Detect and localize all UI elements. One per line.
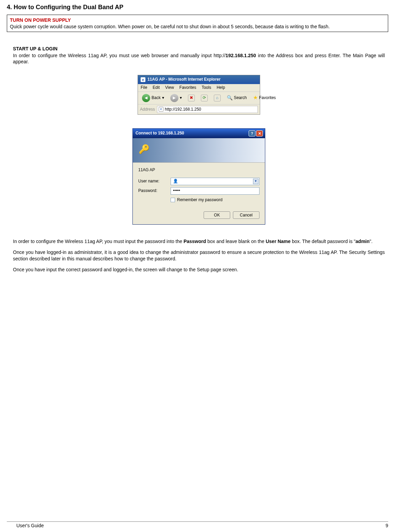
menu-help[interactable]: Help <box>217 85 225 91</box>
home-button[interactable]: ⌂ <box>212 94 223 102</box>
menu-favorites[interactable]: Favorites <box>179 85 196 91</box>
back-icon: ◄ <box>142 94 150 102</box>
remember-checkbox[interactable] <box>171 198 175 202</box>
stop-button[interactable]: ✖ <box>186 94 197 102</box>
close-button[interactable]: ✕ <box>256 130 263 136</box>
menu-view[interactable]: View <box>165 85 174 91</box>
search-label: Search <box>234 95 247 101</box>
intro-ip: 192.168.1.250 <box>225 53 256 58</box>
menu-edit[interactable]: Edit <box>153 85 160 91</box>
cancel-button[interactable]: Cancel <box>233 211 259 219</box>
address-value: http://192.168.1.250 <box>165 107 201 112</box>
paragraph-3: Once you have input the correct password… <box>13 267 385 273</box>
ok-button[interactable]: OK <box>204 211 230 219</box>
p1-a: In order to configure the Wireless 11ag … <box>13 239 184 244</box>
remember-label: Remember my password <box>177 197 222 203</box>
favorites-label: Favorites <box>259 95 276 101</box>
password-label: Password: <box>138 188 167 194</box>
intro-text-a: In order to configure the Wireless 11ag … <box>13 53 225 58</box>
password-value: ••••• <box>173 188 180 194</box>
section-title: 4. How to Configuring the Dual Band AP <box>7 3 388 11</box>
dialog-titlebar: Connect to 192.168.1.250 ? ✕ <box>133 129 265 138</box>
help-button[interactable]: ? <box>249 130 255 136</box>
menu-tools[interactable]: Tools <box>202 85 211 91</box>
warning-box: TURN ON POWER SUPPLY Quick power cycle w… <box>7 15 388 32</box>
chevron-down-icon: ▾ <box>162 95 164 101</box>
p1-c: box and leave blank on the <box>206 239 266 244</box>
dialog-title: Connect to 192.168.1.250 <box>136 131 184 136</box>
back-button[interactable]: ◄ Back ▾ <box>140 93 166 103</box>
user-icon: 👤 <box>173 179 178 184</box>
p1-password: Password <box>184 239 206 244</box>
star-icon: ★ <box>253 94 258 101</box>
warning-text: Quick power cycle would cause system cor… <box>10 23 385 30</box>
refresh-button[interactable]: ⟳ <box>199 94 210 102</box>
login-dialog: Connect to 192.168.1.250 ? ✕ 🔑 11AG AP U… <box>132 128 265 225</box>
p1-g: ". <box>369 239 373 244</box>
keys-icon: 🔑 <box>138 143 151 156</box>
p1-admin: admin <box>356 239 369 244</box>
dialog-banner: 🔑 <box>133 138 265 163</box>
chevron-down-icon: ▾ <box>180 95 182 101</box>
search-icon: 🔍 <box>227 95 233 101</box>
username-label: User name: <box>138 179 167 184</box>
address-input[interactable]: e http://192.168.1.250 <box>157 106 258 113</box>
browser-titlebar: e 11AG AP - Microsoft Internet Explorer <box>138 75 260 84</box>
startup-title: START UP & LOGIN <box>13 46 385 52</box>
address-label: Address <box>140 107 155 112</box>
page-icon: e <box>159 107 163 112</box>
dialog-realm: 11AG AP <box>138 167 259 173</box>
p1-username: User Name <box>266 239 290 244</box>
paragraph-1: In order to configure the Wireless 11ag … <box>13 238 385 244</box>
refresh-icon: ⟳ <box>201 95 208 101</box>
stop-icon: ✖ <box>188 95 195 101</box>
ie-icon: e <box>141 77 145 82</box>
warning-title: TURN ON POWER SUPPLY <box>10 17 385 23</box>
home-icon: ⌂ <box>214 95 221 101</box>
p1-e: box. The default password is " <box>290 239 356 244</box>
browser-window: e 11AG AP - Microsoft Internet Explorer … <box>138 75 260 115</box>
back-label: Back <box>152 95 161 101</box>
browser-menubar: File Edit View Favorites Tools Help <box>138 84 260 92</box>
forward-button[interactable]: ► ▾ <box>168 93 184 103</box>
browser-toolbar: ◄ Back ▾ ► ▾ ✖ ⟳ ⌂ 🔍 Search ★ <box>138 92 260 104</box>
favorites-button[interactable]: ★ Favorites <box>251 94 278 102</box>
password-field[interactable]: ••••• <box>171 187 259 195</box>
paragraph-2: Once you have logged-in as administrator… <box>13 249 385 261</box>
search-button[interactable]: 🔍 Search <box>225 94 249 101</box>
address-bar: Address e http://192.168.1.250 <box>138 104 260 115</box>
browser-title: 11AG AP - Microsoft Internet Explorer <box>147 77 221 82</box>
forward-icon: ► <box>170 94 178 102</box>
username-field[interactable]: 👤 ▼ <box>171 178 259 185</box>
menu-file[interactable]: File <box>141 85 147 91</box>
startup-intro: In order to configure the Wireless 11ag … <box>13 52 385 65</box>
chevron-down-icon[interactable]: ▼ <box>253 179 258 184</box>
